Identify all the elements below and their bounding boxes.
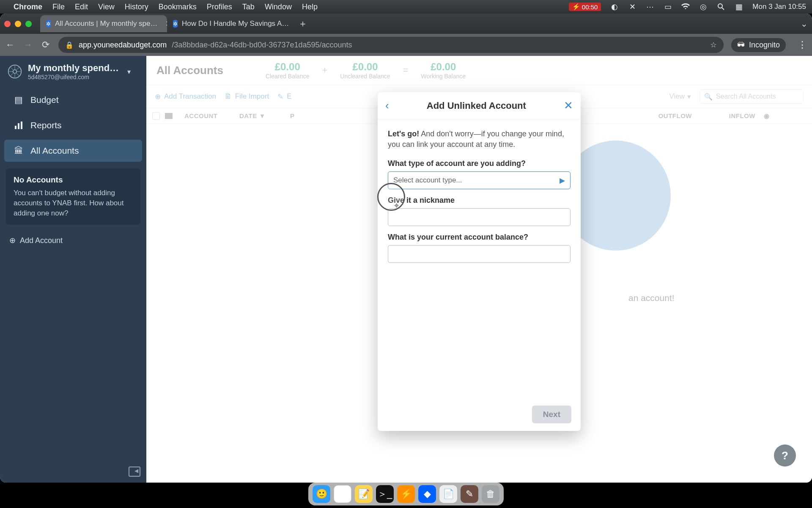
menubar-clock[interactable]: Mon 3 Jan 10:55 [752, 3, 806, 11]
tab-overflow-icon[interactable]: ⌄ [801, 19, 808, 29]
label-account-type: What type of account are you adding? [388, 159, 571, 168]
modal-lead: Let's go! And don't worry—if you change … [388, 129, 571, 150]
battery-indicator[interactable]: ⚡00:50 [569, 3, 601, 11]
modal-back-button[interactable]: ‹ [385, 99, 389, 112]
dock-app-8[interactable]: ✎ [461, 485, 478, 503]
menubar-app[interactable]: Chrome [14, 3, 42, 11]
incognito-badge[interactable]: 🕶 Incognito [731, 38, 786, 52]
control-center-icon[interactable]: ◎ [699, 3, 708, 11]
dock-app-5[interactable]: ⚡ [397, 485, 415, 503]
status-icon-4[interactable]: ▭ [664, 3, 672, 11]
help-button[interactable]: ? [774, 444, 796, 467]
dock-app-7[interactable]: 📄 [439, 485, 457, 503]
tab-title: All Accounts | My monthly spe… [55, 19, 158, 28]
svg-rect-4 [15, 126, 16, 129]
ynab-logo-icon [8, 64, 22, 79]
budget-switcher[interactable]: My monthly spend… 5d485270@uifeed.com ▾ [0, 56, 146, 87]
status-icon-1[interactable]: ◐ [610, 3, 619, 11]
label-nickname: Give it a nickname [388, 196, 571, 205]
add-account-label: Add Account [20, 236, 63, 245]
sidebar: My monthly spend… 5d485270@uifeed.com ▾ … [0, 56, 146, 483]
card-text: You can't budget without adding accounts… [14, 188, 133, 218]
address-bar[interactable]: 🔒 app.youneedabudget.com/3a8bbdae-d62a-4… [58, 37, 724, 53]
card-title: No Accounts [14, 175, 133, 185]
account-type-dropdown[interactable]: Select account type... ▶ [388, 171, 571, 189]
menu-history[interactable]: History [125, 3, 148, 11]
lead-bold: Let's go! [388, 130, 419, 138]
modal-close-button[interactable]: ✕ [564, 99, 573, 112]
status-icon-2[interactable]: ✕ [628, 3, 636, 11]
svg-line-1 [722, 8, 724, 10]
budget-icon: ▤ [14, 95, 24, 105]
next-button[interactable]: Next [532, 406, 571, 423]
siri-icon[interactable]: ▦ [735, 3, 743, 11]
nickname-input[interactable] [388, 208, 571, 226]
favicon-icon: ✲ [173, 20, 178, 28]
wifi-icon[interactable] [681, 3, 690, 11]
svg-point-0 [718, 4, 722, 8]
svg-rect-6 [21, 121, 22, 129]
add-account-button[interactable]: ⊕ Add Account [9, 236, 137, 245]
new-tab-button[interactable]: ＋ [298, 17, 307, 30]
menu-help[interactable]: Help [302, 3, 318, 11]
ynab-app: My monthly spend… 5d485270@uifeed.com ▾ … [0, 56, 812, 483]
menu-tab[interactable]: Tab [242, 3, 255, 11]
add-unlinked-account-modal: ‹ Add Unlinked Account ✕ Let's go! And d… [378, 92, 581, 431]
reload-button[interactable]: ⟳ [41, 39, 51, 50]
window-zoom[interactable] [25, 21, 32, 27]
nav-label: Budget [30, 95, 59, 105]
menu-bookmarks[interactable]: Bookmarks [159, 3, 197, 11]
toolbar: ← → ⟳ 🔒 app.youneedabudget.com/3a8bbdae-… [0, 34, 812, 56]
lock-icon[interactable]: 🔒 [65, 41, 74, 49]
status-icon-3[interactable]: ⋯ [646, 3, 654, 11]
svg-point-3 [13, 70, 17, 74]
menu-edit[interactable]: Edit [75, 3, 88, 11]
favicon-icon: ✲ [46, 20, 51, 28]
budget-name: My monthly spend… [28, 63, 119, 74]
main-panel: All Accounts £0.00 Cleared Balance + £0.… [146, 56, 812, 483]
spotlight-icon[interactable] [717, 3, 725, 11]
bookmark-star-icon[interactable]: ☆ [710, 40, 717, 50]
incognito-icon: 🕶 [737, 41, 745, 50]
nav-all-accounts[interactable]: 🏛 All Accounts [4, 140, 142, 162]
menu-view[interactable]: View [98, 3, 115, 11]
incognito-label: Incognito [749, 41, 780, 50]
label-balance: What is your current account balance? [388, 233, 571, 242]
tab-strip: ✲ All Accounts | My monthly spe… ✕ ✲ How… [0, 14, 812, 34]
reports-icon [14, 120, 24, 130]
dock-trash[interactable]: 🗑 [482, 485, 499, 503]
tab-1[interactable]: ✲ All Accounts | My monthly spe… ✕ [40, 15, 167, 32]
url-path: /3a8bbdae-d62a-46db-bd0d-36737e1da595/ac… [172, 41, 352, 50]
no-accounts-card: No Accounts You can't budget without add… [6, 168, 140, 225]
menu-profiles[interactable]: Profiles [207, 3, 232, 11]
nav-budget[interactable]: ▤ Budget [4, 89, 142, 111]
dock-terminal[interactable]: ＞_ [376, 485, 394, 503]
dock: 🙂 ◉ 📝 ＞_ ⚡ ◆ 📄 ✎ 🗑 [308, 483, 504, 505]
forward-button: → [23, 39, 33, 50]
dock-notes[interactable]: 📝 [355, 485, 373, 503]
chrome-menu-button[interactable]: ⋮ [798, 39, 807, 50]
nav-label: All Accounts [30, 146, 79, 156]
window-minimize[interactable] [15, 21, 21, 27]
dock-finder[interactable]: 🙂 [313, 485, 330, 503]
url-host: app.youneedabudget.com [79, 41, 167, 50]
back-button[interactable]: ← [5, 39, 15, 50]
triangle-right-icon: ▶ [560, 176, 565, 185]
dock-chrome[interactable]: ◉ [334, 485, 351, 503]
dropdown-placeholder: Select account type... [393, 176, 462, 185]
menu-file[interactable]: File [52, 3, 65, 11]
browser-window: ✲ All Accounts | My monthly spe… ✕ ✲ How… [0, 14, 812, 483]
plus-circle-icon: ⊕ [9, 236, 16, 245]
modal-title: Add Unlinked Account [389, 100, 564, 111]
balance-input[interactable] [388, 245, 571, 263]
dock-app-6[interactable]: ◆ [418, 485, 436, 503]
tab-2[interactable]: ✲ How Do I Handle My Savings A… ✕ [167, 15, 294, 32]
collapse-sidebar-button[interactable] [0, 461, 146, 483]
menu-window[interactable]: Window [265, 3, 292, 11]
macos-menubar: Chrome File Edit View History Bookmarks … [0, 0, 812, 14]
tab-title: How Do I Handle My Savings A… [182, 19, 289, 28]
nav-reports[interactable]: Reports [4, 114, 142, 136]
window-close[interactable] [4, 21, 11, 27]
battery-time: 00:50 [582, 3, 598, 11]
bank-icon: 🏛 [14, 146, 24, 156]
